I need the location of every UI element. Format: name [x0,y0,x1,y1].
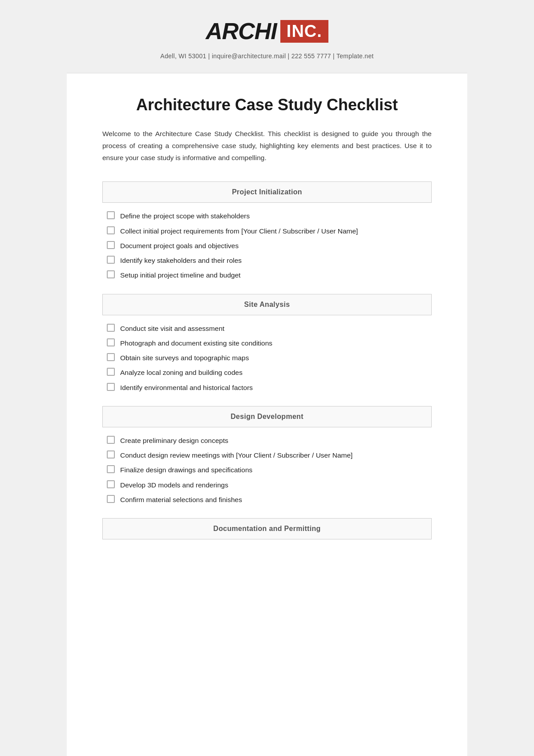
logo-inc: INC. [280,20,328,43]
list-item: Finalize design drawings and specificati… [107,465,427,475]
checkbox-icon[interactable] [107,368,115,376]
logo-container: ARCHI INC. [76,18,458,44]
checkbox-icon[interactable] [107,495,115,503]
list-item: Collect initial project requirements fro… [107,226,427,236]
list-item: Obtain site surveys and topographic maps [107,353,427,363]
list-item: Conduct site visit and assessment [107,323,427,334]
checklist-item-text: Conduct site visit and assessment [120,323,427,334]
checklist-item-text: Define the project scope with stakeholde… [120,211,427,221]
checkbox-icon[interactable] [107,383,115,391]
list-item: Identify environmental and historical fa… [107,382,427,393]
header: ARCHI INC. Adell, WI 53001 | inquire@arc… [67,0,467,73]
section-header-text-project-initialization: Project Initialization [232,188,302,196]
section-documentation-permitting: Documentation and Permitting [102,518,432,539]
main-content: Architecture Case Study Checklist Welcom… [67,73,467,565]
checkbox-icon[interactable] [107,211,115,219]
checkbox-icon[interactable] [107,241,115,249]
section-header-design-development: Design Development [102,406,432,427]
section-header-site-analysis: Site Analysis [102,294,432,315]
checklist-item-text: Obtain site surveys and topographic maps [120,353,427,363]
sections-container: Project InitializationDefine the project… [102,181,432,539]
checklist-item-text: Conduct design review meetings with [You… [120,450,427,460]
logo-archi: ARCHI [206,18,277,44]
list-item: Conduct design review meetings with [You… [107,450,427,460]
page-container: ARCHI INC. Adell, WI 53001 | inquire@arc… [67,0,467,756]
section-header-project-initialization: Project Initialization [102,181,432,203]
checklist-item-text: Confirm material selections and finishes [120,495,427,505]
checklist-item-text: Finalize design drawings and specificati… [120,465,427,475]
checklist-item-text: Identify environmental and historical fa… [120,382,427,393]
section-header-text-site-analysis: Site Analysis [244,301,290,308]
list-item: Photograph and document existing site co… [107,338,427,348]
checkbox-icon[interactable] [107,450,115,458]
checkbox-icon[interactable] [107,256,115,264]
section-header-text-documentation-permitting: Documentation and Permitting [213,525,320,532]
list-item: Confirm material selections and finishes [107,495,427,505]
section-header-text-design-development: Design Development [231,413,303,420]
checkbox-icon[interactable] [107,436,115,444]
checklist-item-text: Photograph and document existing site co… [120,338,427,348]
header-contact: Adell, WI 53001 | inquire@architecture.m… [76,52,458,60]
list-item: Define the project scope with stakeholde… [107,211,427,221]
checklist-project-initialization: Define the project scope with stakeholde… [102,211,432,280]
checkbox-icon[interactable] [107,353,115,361]
section-header-documentation-permitting: Documentation and Permitting [102,518,432,539]
intro-text: Welcome to the Architecture Case Study C… [102,128,432,164]
checklist-design-development: Create preliminary design conceptsConduc… [102,435,432,505]
checkbox-icon[interactable] [107,226,115,234]
page-title: Architecture Case Study Checklist [102,96,432,114]
checklist-site-analysis: Conduct site visit and assessmentPhotogr… [102,323,432,393]
checklist-item-text: Setup initial project timeline and budge… [120,270,427,280]
checklist-item-text: Identify key stakeholders and their role… [120,255,427,265]
list-item: Document project goals and objectives [107,241,427,251]
checkbox-icon[interactable] [107,270,115,278]
list-item: Setup initial project timeline and budge… [107,270,427,280]
checklist-item-text: Develop 3D models and renderings [120,480,427,490]
checkbox-icon[interactable] [107,324,115,332]
list-item: Develop 3D models and renderings [107,480,427,490]
checklist-item-text: Analyze local zoning and building codes [120,367,427,378]
checkbox-icon[interactable] [107,465,115,473]
checkbox-icon[interactable] [107,480,115,488]
checklist-item-text: Create preliminary design concepts [120,435,427,446]
checklist-item-text: Document project goals and objectives [120,241,427,251]
section-design-development: Design DevelopmentCreate preliminary des… [102,406,432,505]
list-item: Create preliminary design concepts [107,435,427,446]
list-item: Analyze local zoning and building codes [107,367,427,378]
section-project-initialization: Project InitializationDefine the project… [102,181,432,280]
checklist-item-text: Collect initial project requirements fro… [120,226,427,236]
section-site-analysis: Site AnalysisConduct site visit and asse… [102,294,432,393]
list-item: Identify key stakeholders and their role… [107,255,427,265]
checkbox-icon[interactable] [107,338,115,346]
